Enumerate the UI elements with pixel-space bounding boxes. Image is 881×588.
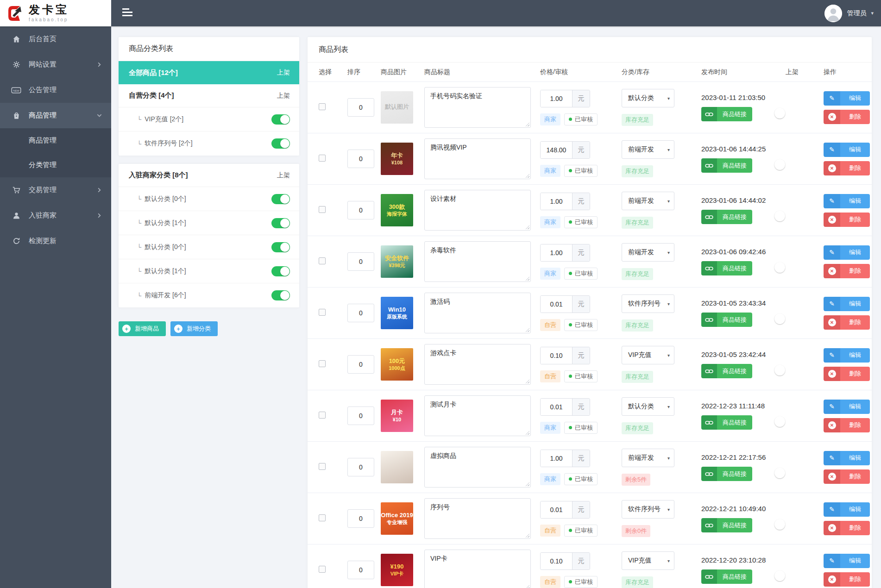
sort-input[interactable] bbox=[347, 458, 374, 476]
price-input[interactable] bbox=[541, 399, 572, 415]
category-select[interactable]: 前端开发 ▾ bbox=[622, 140, 674, 159]
delete-button[interactable]: ✕ 删除 bbox=[824, 367, 870, 381]
price-input[interactable] bbox=[541, 193, 572, 210]
sort-input[interactable] bbox=[347, 150, 374, 168]
product-link-button[interactable]: 商品链接 bbox=[701, 364, 752, 378]
product-link-button[interactable]: 商品链接 bbox=[701, 158, 752, 173]
row-checkbox[interactable] bbox=[319, 155, 326, 162]
edit-button[interactable]: ✎ 编辑 bbox=[824, 451, 870, 465]
sidebar-item-3[interactable]: 商品管理 bbox=[0, 103, 111, 128]
delete-button[interactable]: ✕ 删除 bbox=[824, 521, 870, 535]
sidebar-item-4[interactable]: 交易管理 bbox=[0, 177, 111, 203]
sidebar-item-6[interactable]: 检测更新 bbox=[0, 228, 111, 254]
product-title-textarea[interactable] bbox=[424, 293, 531, 333]
row-checkbox[interactable] bbox=[319, 206, 326, 213]
category-group-row[interactable]: 入驻商家分类 [8个] 上架 bbox=[119, 164, 299, 187]
category-on-toggle[interactable] bbox=[271, 266, 290, 276]
category-subitem[interactable]: └ 软件序列号 [2个] bbox=[119, 131, 299, 156]
category-select[interactable]: 前端开发 ▾ bbox=[622, 243, 674, 262]
edit-button[interactable]: ✎ 编辑 bbox=[824, 348, 870, 363]
price-input[interactable] bbox=[541, 296, 572, 313]
category-select[interactable]: 前端开发 ▾ bbox=[622, 192, 674, 210]
sort-input[interactable] bbox=[347, 201, 374, 219]
row-checkbox[interactable] bbox=[319, 103, 326, 110]
edit-button[interactable]: ✎ 编辑 bbox=[824, 245, 870, 260]
user-menu[interactable]: 管理员 ▾ bbox=[824, 0, 874, 26]
category-subitem[interactable]: └ 默认分类 [0个] bbox=[119, 187, 299, 211]
product-link-button[interactable]: 商品链接 bbox=[701, 313, 752, 327]
category-on-toggle[interactable] bbox=[271, 242, 290, 252]
sidebar-subitem[interactable]: 分类管理 bbox=[0, 153, 111, 177]
product-link-button[interactable]: 商品链接 bbox=[701, 569, 752, 584]
row-checkbox[interactable] bbox=[319, 566, 326, 573]
sort-input[interactable] bbox=[347, 304, 374, 322]
sidebar-item-5[interactable]: 入驻商家 bbox=[0, 203, 111, 228]
category-subitem[interactable]: └ VIP充值 [2个] bbox=[119, 107, 299, 131]
sidebar-item-0[interactable]: 后台首页 bbox=[0, 26, 111, 52]
category-select[interactable]: 软件序列号 ▾ bbox=[622, 294, 674, 313]
price-input[interactable] bbox=[541, 450, 572, 467]
product-link-button[interactable]: 商品链接 bbox=[701, 415, 752, 430]
row-checkbox[interactable] bbox=[319, 463, 326, 470]
edit-button[interactable]: ✎ 编辑 bbox=[824, 554, 870, 568]
category-select[interactable]: 软件序列号 ▾ bbox=[622, 500, 674, 519]
sidebar-collapse-button[interactable] bbox=[122, 8, 132, 18]
product-title-textarea[interactable] bbox=[424, 87, 531, 128]
edit-button[interactable]: ✎ 编辑 bbox=[824, 91, 870, 106]
edit-button[interactable]: ✎ 编辑 bbox=[824, 194, 870, 208]
row-checkbox[interactable] bbox=[319, 514, 326, 521]
delete-button[interactable]: ✕ 删除 bbox=[824, 161, 870, 175]
sidebar-item-1[interactable]: 网站设置 bbox=[0, 52, 111, 77]
product-title-textarea[interactable] bbox=[424, 447, 531, 488]
product-title-textarea[interactable] bbox=[424, 395, 531, 436]
product-link-button[interactable]: 商品链接 bbox=[701, 467, 752, 481]
price-input[interactable] bbox=[541, 347, 572, 364]
category-select[interactable]: 默认分类 ▾ bbox=[622, 89, 674, 107]
category-on-toggle[interactable] bbox=[271, 194, 290, 204]
product-title-textarea[interactable] bbox=[424, 138, 531, 179]
sidebar-item-2[interactable]: NEW 公告管理 bbox=[0, 77, 111, 103]
delete-button[interactable]: ✕ 删除 bbox=[824, 213, 870, 227]
product-title-textarea[interactable] bbox=[424, 498, 531, 539]
edit-button[interactable]: ✎ 编辑 bbox=[824, 143, 870, 157]
product-link-button[interactable]: 商品链接 bbox=[701, 210, 752, 224]
sort-input[interactable] bbox=[347, 355, 374, 374]
row-checkbox[interactable] bbox=[319, 412, 326, 419]
category-subitem[interactable]: └ 默认分类 [1个] bbox=[119, 259, 299, 283]
sort-input[interactable] bbox=[347, 98, 374, 117]
category-on-toggle[interactable] bbox=[271, 114, 290, 125]
category-subitem[interactable]: └ 默认分类 [0个] bbox=[119, 235, 299, 259]
category-on-toggle[interactable] bbox=[271, 290, 290, 300]
sort-input[interactable] bbox=[347, 509, 374, 528]
delete-button[interactable]: ✕ 删除 bbox=[824, 315, 870, 330]
category-subitem[interactable]: └ 前端开发 [6个] bbox=[119, 283, 299, 307]
sidebar-subitem[interactable]: 商品管理 bbox=[0, 128, 111, 153]
delete-button[interactable]: ✕ 删除 bbox=[824, 469, 870, 484]
category-all-row[interactable]: 全部商品 [12个] 上架 bbox=[119, 61, 299, 84]
category-subitem[interactable]: └ 默认分类 [1个] bbox=[119, 211, 299, 235]
sort-input[interactable] bbox=[347, 407, 374, 425]
category-on-toggle[interactable] bbox=[271, 138, 290, 149]
category-group-row[interactable]: 自营分类 [4个] 上架 bbox=[119, 84, 299, 107]
row-checkbox[interactable] bbox=[319, 360, 326, 367]
product-title-textarea[interactable] bbox=[424, 241, 531, 282]
category-select[interactable]: VIP充值 ▾ bbox=[622, 551, 674, 570]
price-input[interactable] bbox=[541, 142, 572, 158]
delete-button[interactable]: ✕ 删除 bbox=[824, 572, 870, 587]
product-link-button[interactable]: 商品链接 bbox=[701, 107, 752, 121]
add-product-button[interactable]: + 新增商品 bbox=[119, 321, 166, 336]
price-input[interactable] bbox=[541, 553, 572, 569]
product-title-textarea[interactable] bbox=[424, 344, 531, 385]
row-checkbox[interactable] bbox=[319, 257, 326, 264]
edit-button[interactable]: ✎ 编辑 bbox=[824, 400, 870, 414]
edit-button[interactable]: ✎ 编辑 bbox=[824, 502, 870, 517]
sort-input[interactable] bbox=[347, 561, 374, 579]
price-input[interactable] bbox=[541, 244, 572, 261]
row-checkbox[interactable] bbox=[319, 309, 326, 316]
product-link-button[interactable]: 商品链接 bbox=[701, 261, 752, 275]
price-input[interactable] bbox=[541, 501, 572, 518]
category-on-toggle[interactable] bbox=[271, 218, 290, 228]
product-link-button[interactable]: 商品链接 bbox=[701, 518, 752, 532]
add-category-button[interactable]: + 新增分类 bbox=[170, 321, 218, 336]
product-title-textarea[interactable] bbox=[424, 550, 531, 588]
